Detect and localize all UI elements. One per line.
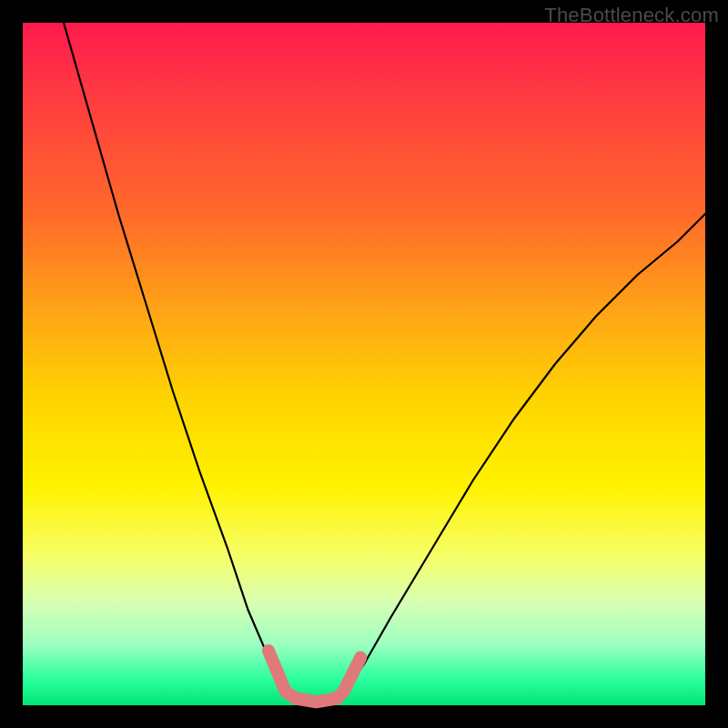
left-curve-path [64, 23, 286, 692]
right-curve-path [344, 214, 706, 692]
salmon-overlay-path [268, 651, 360, 702]
curve-layer [23, 23, 705, 705]
plot-area [23, 23, 705, 705]
chart-frame: TheBottleneck.com [0, 0, 728, 728]
